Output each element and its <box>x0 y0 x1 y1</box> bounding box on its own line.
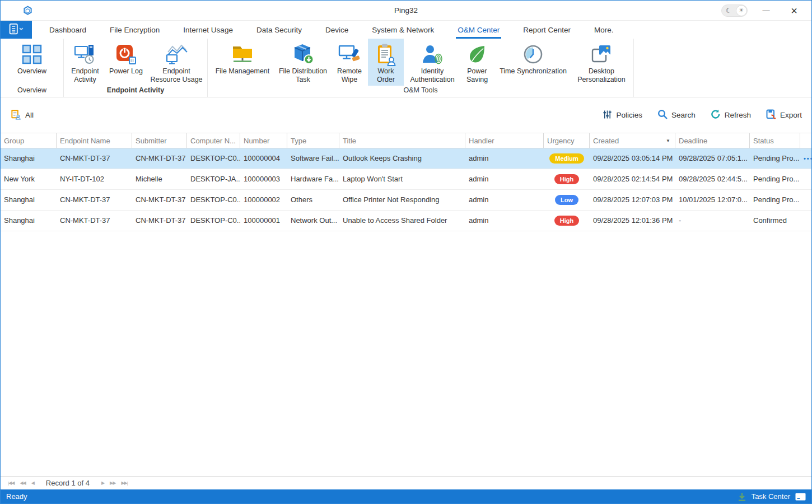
cell-type: Network Out... <box>287 211 339 231</box>
cell-title: Office Printer Not Responding <box>339 190 465 210</box>
theme-toggle[interactable]: ☾ ☀ <box>721 4 748 17</box>
close-button[interactable]: × <box>785 5 804 16</box>
ribbon-button-overview[interactable]: Overview <box>4 39 60 86</box>
ribbon-button-endpoint-resource-usage[interactable]: Endpoint Resource Usage <box>149 39 204 86</box>
urgency-badge: High <box>554 174 579 184</box>
cell-handler: admin <box>465 190 544 210</box>
ribbon-button-endpoint-activity[interactable]: Endpoint Activity <box>67 39 103 86</box>
ribbon-group-label: Overview <box>1 86 63 97</box>
column-label: Submitter <box>136 137 167 145</box>
ribbon-button-time-synchronization[interactable]: Time Synchronization <box>494 39 572 86</box>
main-menu-button[interactable] <box>1 21 32 39</box>
moon-icon[interactable]: ☾ <box>722 5 736 16</box>
filter-all-button[interactable]: All <box>10 109 34 122</box>
tab-more[interactable]: More. <box>582 21 626 39</box>
table-row[interactable]: ShanghaiCN-MKT-DT-37CN-MKT-DT-37DESKTOP-… <box>1 190 811 211</box>
ribbon-button-file-management[interactable]: File Management <box>211 39 274 86</box>
column-header-title[interactable]: Title <box>339 133 465 148</box>
cell-deadline: 09/28/2025 07:05:1... <box>675 148 750 169</box>
ribbon-filler <box>634 39 811 97</box>
column-label: Number <box>244 137 269 145</box>
column-header-actions <box>800 133 811 148</box>
tab-list: DashboardFile EncryptionInternet UsageDa… <box>38 21 626 39</box>
ribbon-button-file-distribution-task[interactable]: File Distribution Task <box>275 39 331 86</box>
export-label: Export <box>780 111 802 119</box>
endpoint-activity-icon <box>74 41 96 67</box>
tab-system-network[interactable]: System & Network <box>360 21 446 39</box>
ribbon-button-label: File Management <box>216 67 270 76</box>
next-page-icon[interactable]: ▶ <box>101 480 104 486</box>
search-button[interactable]: Search <box>657 109 696 121</box>
fast-prev-page-icon[interactable]: ◀◀ <box>20 480 25 486</box>
column-header-urgency[interactable]: Urgency <box>544 133 590 148</box>
clock-icon <box>522 41 544 67</box>
column-header-computer[interactable]: Computer N... <box>187 133 240 148</box>
tab-file-encryption[interactable]: File Encryption <box>98 21 171 39</box>
export-button[interactable]: Export <box>766 109 802 121</box>
export-file-icon <box>766 109 776 121</box>
column-header-group[interactable]: Group <box>1 133 57 148</box>
column-header-handler[interactable]: Handler <box>465 133 544 148</box>
ribbon-button-label: Desktop Personalization <box>573 67 630 84</box>
table-body: ShanghaiCN-MKT-DT-37CN-MKT-DT-37DESKTOP-… <box>1 148 811 476</box>
console-icon[interactable] <box>795 493 806 501</box>
power-log-icon <box>115 41 137 67</box>
column-header-created[interactable]: Created▼ <box>590 133 675 148</box>
ribbon-button-label: Identity Authentication <box>405 67 460 84</box>
ribbon-button-desktop-personalization[interactable]: Desktop Personalization <box>573 39 630 86</box>
cell-title: Unable to Access Shared Folder <box>339 211 465 231</box>
tab-device[interactable]: Device <box>314 21 360 39</box>
column-header-type[interactable]: Type <box>287 133 339 148</box>
column-header-submitter[interactable]: Submitter <box>132 133 187 148</box>
tab-o-m-center[interactable]: O&M Center <box>446 21 511 39</box>
app-logo-icon <box>23 6 32 16</box>
tab-report-center[interactable]: Report Center <box>511 21 582 39</box>
table-row[interactable]: ShanghaiCN-MKT-DT-37CN-MKT-DT-37DESKTOP-… <box>1 211 811 231</box>
tab-data-security[interactable]: Data Security <box>245 21 314 39</box>
ribbon-button-work-order[interactable]: Work Order <box>368 39 404 86</box>
ribbon-button-remote-wipe[interactable]: Remote Wipe <box>332 39 367 86</box>
ribbon-group-endpoint-activity: Endpoint Activity Power Log <box>64 39 208 97</box>
cell-endpoint_name: CN-MKT-DT-37 <box>57 190 132 210</box>
first-page-icon[interactable]: |◀◀ <box>8 480 14 486</box>
ribbon-button-power-saving[interactable]: Power Saving <box>461 39 493 86</box>
picture-frames-icon <box>590 41 613 67</box>
table-row[interactable]: ShanghaiCN-MKT-DT-37CN-MKT-DT-37DESKTOP-… <box>1 148 811 169</box>
policies-label: Policies <box>616 111 642 119</box>
column-header-endpoint_name[interactable]: Endpoint Name <box>57 133 132 148</box>
column-label: Endpoint Name <box>60 137 110 145</box>
tab-internet-usage[interactable]: Internet Usage <box>171 21 245 39</box>
urgency-badge: High <box>554 216 579 226</box>
cell-submitter: CN-MKT-DT-37 <box>132 190 187 210</box>
cell-urgency: Medium <box>544 148 590 169</box>
task-center-button[interactable]: Task Center <box>752 492 790 501</box>
column-header-deadline[interactable]: Deadline <box>675 133 750 148</box>
table-row[interactable]: New YorkNY-IT-DT-102MichelleDESKTOP-JA..… <box>1 169 811 190</box>
cell-deadline: - <box>675 211 750 231</box>
prev-page-icon[interactable]: ◀ <box>31 480 34 486</box>
last-page-icon[interactable]: ▶▶| <box>121 480 127 486</box>
work-order-clipboard-icon <box>375 41 397 67</box>
ribbon-group-overview: Overview Overview <box>1 39 64 97</box>
ribbon-button-power-log[interactable]: Power Log <box>104 39 148 86</box>
fast-next-page-icon[interactable]: ▶▶ <box>110 480 115 486</box>
cell-submitter: CN-MKT-DT-37 <box>132 211 187 231</box>
row-more-actions <box>800 169 811 189</box>
row-more-actions[interactable]: ••• <box>800 148 811 169</box>
monitor-wipe-icon <box>338 41 361 67</box>
package-download-icon <box>291 41 315 67</box>
urgency-badge: Medium <box>549 153 584 164</box>
row-more-actions <box>800 190 811 210</box>
column-header-number[interactable]: Number <box>240 133 287 148</box>
ribbon-button-identity-authentication[interactable]: Identity Authentication <box>405 39 460 86</box>
refresh-button[interactable]: Refresh <box>711 109 751 121</box>
cell-status: Pending Pro... <box>750 169 800 189</box>
record-count-label: Record 1 of 4 <box>46 479 90 487</box>
minimize-button[interactable]: — <box>757 6 776 15</box>
policies-button[interactable]: Policies <box>603 109 642 121</box>
column-header-status[interactable]: Status <box>750 133 800 148</box>
column-label: Group <box>4 137 24 145</box>
tab-dashboard[interactable]: Dashboard <box>38 21 98 39</box>
cell-created: 09/28/2025 02:14:54 PM <box>590 169 675 189</box>
sun-icon[interactable]: ☀ <box>736 5 747 16</box>
